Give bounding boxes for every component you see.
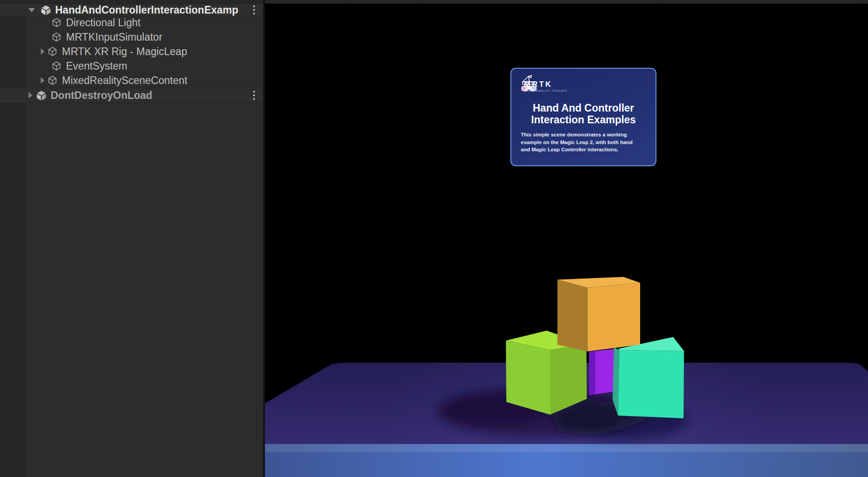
hierarchy-item-directional-light[interactable]: Directional Light <box>0 15 263 30</box>
tab-seam <box>344 0 345 4</box>
slate-description-line3: and Magic Leap Controller interactions. <box>521 146 650 154</box>
teal-cube[interactable] <box>613 337 684 418</box>
hierarchy-item-mrtk-input-simulator[interactable]: MRTKInputSimulator <box>0 30 263 44</box>
purple-cube[interactable] <box>589 349 616 395</box>
dontdestroyonload-label: DontDestroyOnLoad <box>51 89 152 102</box>
dontdestroyonload-header-row[interactable]: DontDestroyOnLoad <box>0 88 263 103</box>
item-label: MixedRealitySceneContent <box>62 75 187 87</box>
slate-title-line1: Hand And Controller <box>511 102 656 114</box>
foldout-expanded-icon[interactable] <box>28 8 35 12</box>
gameobject-cube-icon <box>51 32 62 42</box>
gameobject-cube-icon <box>47 46 58 57</box>
orange-cube[interactable] <box>557 277 640 351</box>
foldout-collapsed-icon[interactable] <box>41 77 45 84</box>
mrtk-info-slate: MRTK MIXED REALITY TOOLKIT Hand And Cont… <box>510 68 656 166</box>
foldout-collapsed-icon[interactable] <box>41 48 45 55</box>
item-label: Directional Light <box>66 17 141 29</box>
unity-scene-icon <box>36 90 47 101</box>
mrtk-logo-row: MRTK MIXED REALITY TOOLKIT <box>519 78 567 92</box>
tab-seam <box>421 0 422 4</box>
panel-resize-divider[interactable] <box>263 0 265 477</box>
hierarchy-item-mrtk-xr-rig[interactable]: MRTK XR Rig - MagicLeap <box>0 44 263 59</box>
item-label: EventSystem <box>66 60 127 72</box>
top-tab-strip <box>0 0 868 4</box>
floor-front-highlight <box>265 444 868 452</box>
slate-description-line2: example on the Magic Leap 2, with both h… <box>521 139 650 146</box>
item-label: MRTK XR Rig - MagicLeap <box>62 46 187 58</box>
hierarchy-item-event-system[interactable]: EventSystem <box>0 59 263 73</box>
kebab-menu-icon[interactable] <box>253 91 255 100</box>
slate-description-line1: This simple scene demonstrates a working <box>521 131 650 139</box>
hierarchy-panel: HandAndControllerInteractionExamp Direct… <box>0 4 263 477</box>
unity-editor: { "hierarchy": { "scene_header": { "labe… <box>0 0 868 477</box>
scene-header-row[interactable]: HandAndControllerInteractionExamp <box>0 4 263 16</box>
foldout-collapsed-icon[interactable] <box>28 92 33 98</box>
gameobject-cube-icon <box>51 61 62 71</box>
slate-title: Hand And Controller Interaction Examples <box>511 102 656 126</box>
kebab-menu-icon[interactable] <box>253 5 255 14</box>
slate-description: This simple scene demonstrates a working… <box>521 131 650 154</box>
tab-seam <box>858 0 859 4</box>
item-label: MRTKInputSimulator <box>66 31 162 43</box>
gameobject-cube-icon <box>47 75 58 86</box>
mrtk-logo-icon <box>519 74 539 93</box>
slate-title-line2: Interaction Examples <box>511 114 656 126</box>
scene-name: HandAndControllerInteractionExamp <box>55 4 238 16</box>
hierarchy-item-mixed-reality-scene-content[interactable]: MixedRealitySceneContent <box>0 73 263 88</box>
unity-scene-icon <box>40 5 52 16</box>
game-view[interactable]: MRTK MIXED REALITY TOOLKIT Hand And Cont… <box>265 4 868 477</box>
gameobject-cube-icon <box>51 17 62 28</box>
tab-seam <box>661 0 662 4</box>
